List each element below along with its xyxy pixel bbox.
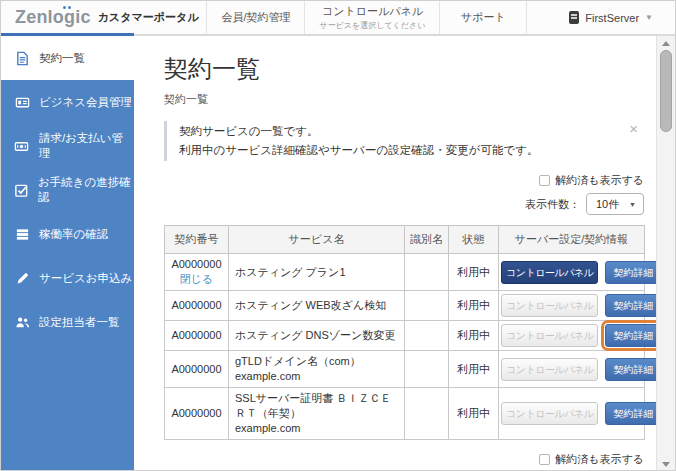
sidebar-item-label: お手続きの進捗確認 — [38, 175, 134, 205]
service-domain: example.com — [235, 369, 398, 384]
table-row: A0000000 gTLDドメイン名（com） example.com 利用中 … — [165, 351, 645, 388]
service-name: ホスティング DNSゾーン数変更 — [235, 328, 398, 343]
identifier-cell — [405, 351, 449, 388]
breadcrumb: 契約一覧 — [164, 92, 644, 107]
show-cancelled-label: 解約済も表示する — [555, 452, 644, 467]
notice-line-2: 利用中のサービス詳細確認やサーバーの設定確認・変更が可能です。 — [179, 141, 614, 160]
checkbox-icon — [539, 454, 550, 465]
status-label: 利用中 — [449, 291, 499, 321]
sidebar-item-label: 稼働率の確認 — [39, 227, 108, 242]
status-label: 利用中 — [449, 388, 499, 440]
sidebar-item-label: 請求/お支払い管理 — [39, 131, 134, 161]
service-name: SSLサーバー証明書 ＢＩＺＣＥＲＴ（年契） — [235, 391, 398, 421]
organization-icon — [569, 11, 579, 24]
service-name: gTLDドメイン名（com） — [235, 354, 398, 369]
service-name: ホスティング WEB改ざん検知 — [235, 298, 398, 313]
page-title: 契約一覧 — [164, 54, 644, 84]
id-card-icon — [14, 94, 30, 110]
document-icon — [14, 50, 30, 66]
chevron-down-icon: ▼ — [645, 13, 653, 22]
server-list-icon — [14, 226, 30, 242]
account-menu[interactable]: FirstServer ▼ — [569, 1, 653, 34]
contract-number: A0000000 — [171, 329, 221, 341]
nav-tab-control-panel[interactable]: コントロールパネル サービスを選択してください — [304, 1, 439, 34]
control-panel-button: コントロールパネル — [501, 294, 598, 317]
sidebar-item-contract-list[interactable]: 契約一覧 — [1, 36, 134, 80]
contract-table: 契約番号サービス名識別名状態サーバー設定/契約情報 A0000000 閉じる ホ… — [164, 225, 645, 440]
close-icon[interactable]: × — [629, 119, 638, 138]
zenlogic-customer-portal: Zenlogic カスタマーポータル 会員/契約管理 コントロールパネル サービ… — [0, 0, 676, 471]
chevron-down-icon: ▼ — [629, 201, 636, 208]
filters-bottom: 解約済も表示する 表示件数： 10件 ▼ — [164, 452, 644, 471]
per-page-select[interactable]: 10件 ▼ — [586, 193, 644, 215]
nav-tab-member-contract[interactable]: 会員/契約管理 — [206, 1, 304, 34]
sidebar-item-progress-check[interactable]: お手続きの進捗確認 — [1, 168, 134, 212]
contract-number: A0000000 — [171, 407, 221, 419]
column-header: サーバー設定/契約情報 — [499, 226, 645, 254]
per-page-row: 表示件数： 10件 ▼ — [525, 193, 644, 215]
column-header: 状態 — [449, 226, 499, 254]
contract-detail-button[interactable]: 契約詳細 — [605, 358, 657, 381]
status-label: 利用中 — [449, 321, 499, 351]
table-row: A0000000 SSLサーバー証明書 ＢＩＺＣＥＲＴ（年契） example.… — [165, 388, 645, 440]
contract-detail-button[interactable]: 契約詳細 — [605, 402, 657, 425]
sidebar-item-business-member[interactable]: ビジネス会員管理 — [1, 80, 134, 124]
nav-tab-support[interactable]: サポート — [439, 1, 527, 34]
scrollbar-thumb[interactable] — [660, 50, 672, 132]
contract-number: A0000000 — [171, 363, 221, 375]
zenlogic-logo[interactable]: Zenlogic カスタマーポータル — [1, 1, 198, 34]
control-panel-button: コントロールパネル — [501, 402, 598, 425]
column-header: 識別名 — [405, 226, 449, 254]
contract-number: A0000000 — [171, 299, 221, 311]
checkbox-icon — [539, 175, 550, 186]
main-content: 契約一覧 契約一覧 契約サービスの一覧です。 利用中のサービス詳細確認やサーバー… — [134, 36, 657, 471]
identifier-cell — [405, 388, 449, 440]
status-label: 利用中 — [449, 351, 499, 388]
per-page-value: 10件 — [596, 197, 619, 212]
per-page-label: 表示件数： — [525, 197, 580, 212]
sidebar: 契約一覧 ビジネス会員管理 請求/お支払い管理 お手続きの進捗確認 稼働率の確認… — [1, 36, 134, 471]
sidebar-item-service-apply[interactable]: サービスお申込み — [1, 256, 134, 300]
table-row: A0000000 ホスティング WEB改ざん検知 利用中 コントロールパネル 契… — [165, 291, 645, 321]
sidebar-item-billing[interactable]: 請求/お支払い管理 — [1, 124, 134, 168]
task-check-icon — [14, 182, 29, 198]
sidebar-item-admin-list[interactable]: 設定担当者一覧 — [1, 300, 134, 344]
status-label: 利用中 — [449, 254, 499, 291]
control-panel-button: コントロールパネル — [501, 358, 598, 381]
close-row-link[interactable]: 閉じる — [171, 272, 222, 287]
column-header: 契約番号 — [165, 226, 229, 254]
logo-dots-icon — [63, 6, 71, 9]
contract-detail-button[interactable]: 契約詳細 — [605, 294, 657, 317]
identifier-cell — [405, 291, 449, 321]
service-name: ホスティング プラン1 — [235, 265, 398, 280]
sidebar-item-label: ビジネス会員管理 — [39, 95, 132, 110]
column-header: サービス名 — [229, 226, 405, 254]
control-panel-button[interactable]: コントロールパネル — [501, 261, 598, 284]
brand-text: Zenlogic — [15, 7, 91, 28]
service-domain: example.com — [235, 421, 398, 436]
notice-line-1: 契約サービスの一覧です。 — [179, 122, 614, 141]
top-nav: 会員/契約管理 コントロールパネル サービスを選択してください サポート — [206, 1, 527, 34]
scroll-down-button[interactable] — [657, 458, 675, 471]
pen-icon — [14, 270, 30, 286]
app-header: Zenlogic カスタマーポータル 会員/契約管理 コントロールパネル サービ… — [1, 1, 675, 36]
identifier-cell — [405, 321, 449, 351]
contract-detail-button[interactable]: 契約詳細 — [605, 324, 657, 347]
account-name: FirstServer — [585, 12, 639, 24]
notice-box: 契約サービスの一覧です。 利用中のサービス詳細確認やサーバーの設定確認・変更が可… — [164, 121, 644, 161]
contract-detail-button[interactable]: 契約詳細 — [605, 261, 657, 284]
scrollbar[interactable] — [656, 36, 675, 471]
table-header-row: 契約番号サービス名識別名状態サーバー設定/契約情報 — [165, 226, 645, 254]
table-row: A0000000 ホスティング DNSゾーン数変更 利用中 コントロールパネル … — [165, 321, 645, 351]
people-icon — [14, 314, 30, 330]
sidebar-item-label: サービスお申込み — [39, 271, 132, 286]
show-cancelled-checkbox[interactable]: 解約済も表示する — [539, 173, 644, 188]
show-cancelled-label: 解約済も表示する — [555, 173, 644, 188]
show-cancelled-checkbox[interactable]: 解約済も表示する — [539, 452, 644, 467]
scroll-up-button[interactable] — [657, 37, 675, 50]
sidebar-item-uptime-check[interactable]: 稼働率の確認 — [1, 212, 134, 256]
contract-number: A0000000 — [171, 258, 221, 270]
control-panel-button: コントロールパネル — [501, 324, 598, 347]
table-row: A0000000 閉じる ホスティング プラン1 利用中 コントロールパネル 契… — [165, 254, 645, 291]
sidebar-item-label: 設定担当者一覧 — [39, 315, 120, 330]
